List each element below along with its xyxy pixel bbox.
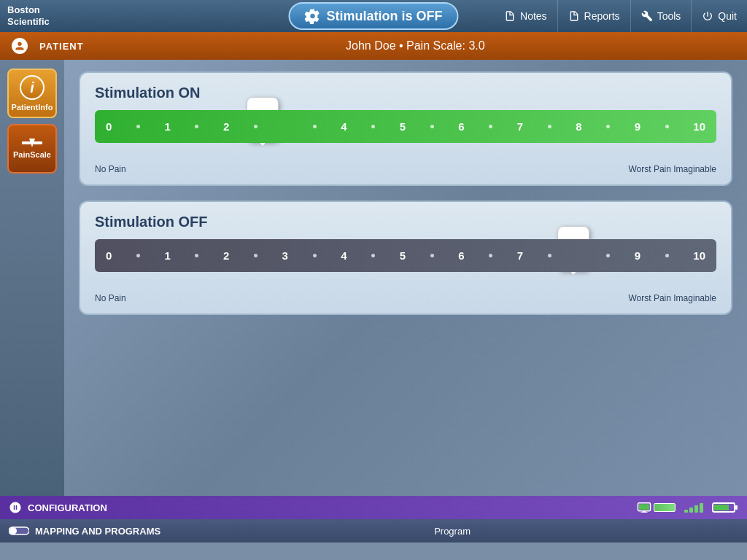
header: Boston Scientific Stimulation is OFF Not…	[0, 0, 747, 32]
tools-icon	[641, 10, 653, 22]
sidebar-item-painscale[interactable]: PainScale	[7, 124, 57, 174]
scale-dot	[313, 254, 317, 257]
info-circle-icon: i	[20, 75, 44, 100]
signal-bar-1	[684, 510, 688, 513]
mapping-bar[interactable]: MAPPING AND PROGRAMS Program	[0, 519, 747, 542]
signal-bar-2	[689, 508, 693, 513]
quit-nav-btn[interactable]: Quit	[692, 0, 747, 32]
sidebar-item-patientinfo[interactable]: i PatientInfo	[7, 69, 57, 118]
logo: Boston Scientific	[0, 1, 57, 30]
device-battery-icon	[712, 502, 738, 513]
scale-dot	[430, 125, 434, 128]
scale-off-num-6: 6	[458, 249, 464, 262]
scale-off-num-7: 7	[517, 249, 523, 262]
scale-dot	[313, 125, 317, 128]
svg-point-10	[9, 527, 17, 534]
scale-on-numbers: 0 1 2 3 4 5 6 7	[102, 120, 709, 133]
stimulation-on-title: Stimulation ON	[95, 85, 716, 101]
scale-off-num-9: 9	[635, 249, 640, 262]
reports-icon	[568, 10, 580, 22]
scale-dot	[489, 125, 492, 128]
logo-line1: Boston	[7, 4, 50, 16]
logo-line2: Scientific	[7, 16, 50, 28]
stimulation-status-badge: Stimulation is OFF	[288, 2, 458, 30]
svg-rect-7	[714, 505, 729, 510]
scale-off-track[interactable]: 0 1 2 3 4 5 6 7	[95, 239, 716, 272]
mapping-label: MAPPING AND PROGRAMS	[35, 526, 160, 537]
scale-num-8: 8	[576, 120, 581, 133]
signal-bar-3	[694, 505, 698, 513]
scale-off-num-5: 5	[400, 249, 406, 262]
worst-pain-label-off: Worst Pain Imaginable	[628, 293, 716, 303]
stimulation-off-title: Stimulation OFF	[95, 214, 716, 230]
scale-num-9: 9	[635, 120, 640, 133]
scale-num-1: 1	[165, 120, 171, 133]
scale-dot	[136, 254, 140, 257]
scale-dot	[254, 125, 258, 128]
scale-off-numbers: 0 1 2 3 4 5 6 7	[102, 249, 709, 262]
nav-right: Notes Reports Tools Quit	[494, 0, 747, 32]
monitor-icon	[637, 502, 651, 513]
reports-nav-btn[interactable]: Reports	[558, 0, 631, 32]
patient-icon	[12, 38, 28, 54]
worst-pain-label-on: Worst Pain Imaginable	[628, 164, 716, 174]
scale-dot	[195, 125, 198, 128]
tools-nav-label: Tools	[657, 10, 681, 22]
scale-dot	[548, 125, 551, 128]
signal-bar-4	[700, 503, 703, 513]
scale-off-num-3: 3	[282, 249, 288, 262]
scale-num-7: 7	[517, 120, 523, 133]
scale-dot	[548, 254, 551, 257]
scale-num-10: 10	[693, 120, 705, 133]
scale-off-num-2: 2	[223, 249, 229, 262]
config-bar-right	[637, 502, 738, 513]
scale-off-num-0: 0	[106, 249, 112, 262]
no-pain-label-on: No Pain	[95, 164, 126, 174]
mapping-toggle-icon	[9, 526, 29, 536]
sidebar: i PatientInfo PainScale	[0, 60, 64, 496]
scale-dot	[606, 125, 610, 128]
config-bar[interactable]: CONFIGURATION	[0, 496, 747, 519]
scale-off-num-4: 4	[341, 249, 347, 262]
patient-label: PATIENT	[39, 41, 84, 52]
scale-num-5: 5	[400, 120, 406, 133]
stimulation-off-card: Stimulation OFF 8 0 1	[79, 201, 732, 315]
main-area: i PatientInfo PainScale Stimulation ON 3	[0, 60, 747, 496]
scale-off-labels: No Pain Worst Pain Imaginable	[95, 293, 716, 303]
notes-nav-label: Notes	[520, 10, 547, 22]
scale-dot	[606, 254, 610, 257]
tools-nav-btn[interactable]: Tools	[631, 0, 692, 32]
scale-num-4: 4	[341, 120, 347, 133]
config-label: CONFIGURATION	[28, 502, 107, 513]
scale-num-0: 0	[106, 120, 112, 133]
power-icon	[702, 10, 713, 22]
sidebar-patientinfo-label: PatientInfo	[12, 103, 53, 112]
scale-dot	[254, 254, 258, 257]
monitor-battery-bar	[654, 503, 676, 512]
scale-dot	[195, 254, 198, 257]
gear-icon	[304, 8, 320, 24]
notes-icon	[504, 10, 516, 22]
scale-dot	[371, 254, 375, 257]
scale-dot	[371, 125, 375, 128]
battery-indicator	[637, 502, 676, 513]
svg-rect-8	[735, 505, 738, 510]
scale-off-container: 8 0 1 2 3	[95, 239, 716, 290]
scale-off-num-10: 10	[693, 249, 705, 262]
reports-nav-label: Reports	[584, 10, 620, 22]
stimulation-status-text: Stimulation is OFF	[326, 9, 442, 24]
notes-nav-btn[interactable]: Notes	[494, 0, 558, 32]
quit-nav-label: Quit	[718, 10, 737, 22]
patient-bar: PATIENT John Doe • Pain Scale: 3.0	[0, 32, 747, 60]
stimulation-on-card: Stimulation ON 3 0 1	[79, 71, 732, 186]
scale-dot	[665, 254, 669, 257]
signal-bars	[684, 503, 703, 513]
patient-info-text: John Doe • Pain Scale: 3.0	[346, 39, 485, 52]
scale-dot	[665, 125, 669, 128]
svg-rect-5	[640, 512, 647, 513]
scale-on-track[interactable]: 0 1 2 3 4 5 6 7	[95, 110, 716, 143]
painscale-icon	[22, 139, 42, 147]
program-label: Program	[434, 526, 471, 537]
svg-rect-3	[639, 504, 649, 510]
scale-dot	[136, 125, 140, 128]
